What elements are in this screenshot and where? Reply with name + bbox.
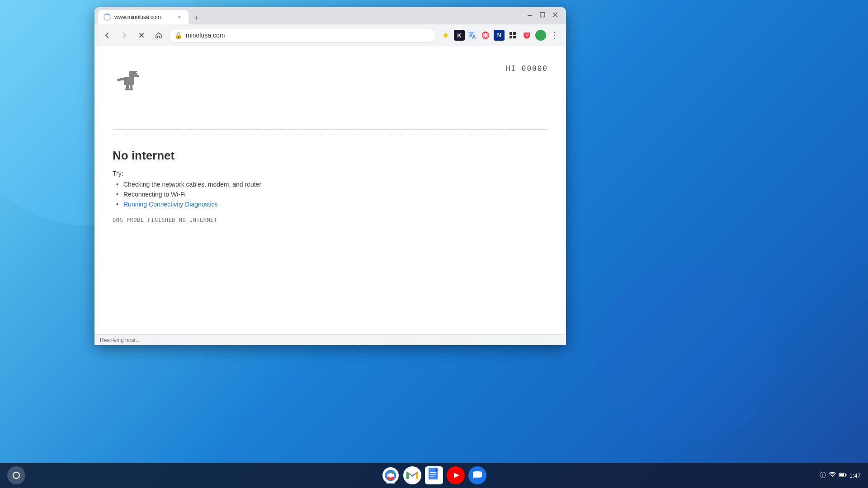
info-icon[interactable]: ⓘ <box>820 471 826 479</box>
tab-loading-icon <box>104 14 111 21</box>
minimize-button[interactable] <box>524 9 535 20</box>
ext-grid-button[interactable] <box>506 29 519 42</box>
taskbar-center <box>382 466 486 484</box>
forward-button[interactable] <box>117 28 132 42</box>
svg-rect-11 <box>513 36 516 38</box>
svg-rect-10 <box>509 36 512 38</box>
toolbar: 🔒 minolusa.com ★ K N <box>94 24 566 46</box>
hi-score: HI 00000 <box>506 64 548 73</box>
security-icon: 🔒 <box>175 32 182 39</box>
svg-rect-22 <box>129 89 133 90</box>
status-text: Resolving host... <box>100 337 140 343</box>
tab-close-button[interactable]: × <box>176 14 183 21</box>
toolbar-right: ★ K N <box>439 29 561 42</box>
suggestion-2: Reconnecting to Wi-Fi <box>123 191 548 198</box>
svg-rect-17 <box>117 79 121 81</box>
time-display[interactable]: 1:47 <box>849 472 861 479</box>
taskbar: ⓘ 1:47 <box>0 463 868 488</box>
ext-keeper-button[interactable]: K <box>454 30 465 41</box>
profile-dot[interactable] <box>535 30 546 41</box>
suggestions-list: Checking the network cables, modem, and … <box>113 181 548 208</box>
svg-rect-29 <box>430 472 436 473</box>
close-button[interactable] <box>550 9 561 20</box>
svg-rect-30 <box>430 474 436 475</box>
home-button[interactable] <box>151 28 166 42</box>
svg-rect-15 <box>136 72 137 73</box>
svg-rect-31 <box>430 476 434 477</box>
taskbar-docs-button[interactable] <box>425 466 443 484</box>
back-button[interactable] <box>100 28 114 42</box>
svg-point-25 <box>388 473 393 478</box>
address-bar[interactable]: 🔒 minolusa.com <box>169 28 437 42</box>
window-controls <box>524 9 561 20</box>
svg-rect-21 <box>125 89 129 90</box>
svg-rect-9 <box>513 32 516 35</box>
svg-point-6 <box>482 32 489 39</box>
svg-rect-18 <box>131 81 133 83</box>
suggestion-1: Checking the network cables, modem, and … <box>123 181 548 188</box>
svg-rect-12 <box>124 77 134 85</box>
new-tab-button[interactable]: + <box>190 12 203 24</box>
wifi-icon[interactable] <box>829 472 836 479</box>
ext-opera-button[interactable] <box>479 29 492 42</box>
subtitle-text: — — — — — — — — — — — — — — — — — — — — … <box>113 131 548 140</box>
suggestion-3: Running Connectivity Diagnostics <box>123 201 548 208</box>
status-bar: Resolving host... <box>94 334 566 345</box>
error-title: No internet <box>113 149 548 163</box>
taskbar-gmail-button[interactable] <box>403 466 421 484</box>
bookmark-button[interactable]: ★ <box>439 29 452 42</box>
title-bar: www.minolusa.com × + <box>94 7 566 24</box>
taskbar-left <box>7 466 25 484</box>
svg-rect-1 <box>540 13 545 17</box>
ext-translate-button[interactable] <box>467 30 477 41</box>
browser-window: www.minolusa.com × + <box>94 7 566 345</box>
ext-pocket-button[interactable] <box>521 29 533 42</box>
taskbar-tray: ⓘ 1:47 <box>820 471 861 479</box>
maximize-button[interactable] <box>537 9 548 20</box>
error-code: DNS_PROBE_FINISHED_NO_INTERNET <box>113 217 548 223</box>
page-content: HI 00000 — — — — — — — — — — — — — — — —… <box>94 46 566 334</box>
battery-icon[interactable] <box>839 472 847 479</box>
svg-rect-36 <box>840 474 844 476</box>
dino-icon <box>113 64 144 102</box>
try-label: Try: <box>113 170 548 177</box>
run-diagnostics-link[interactable]: Running Connectivity Diagnostics <box>123 201 218 208</box>
launcher-button[interactable] <box>7 466 25 484</box>
reload-button[interactable] <box>134 28 149 42</box>
taskbar-chrome-button[interactable] <box>382 466 400 484</box>
tab-title: www.minolusa.com <box>114 14 172 20</box>
svg-rect-14 <box>135 75 139 77</box>
taskbar-youtube-button[interactable] <box>447 466 465 484</box>
launcher-icon <box>13 472 20 479</box>
dino-area: HI 00000 <box>113 55 548 102</box>
svg-point-7 <box>484 32 487 38</box>
tray-icons: ⓘ 1:47 <box>820 471 861 479</box>
address-text: minolusa.com <box>186 32 431 39</box>
ext-n-button[interactable]: N <box>494 30 505 41</box>
svg-rect-38 <box>839 475 840 477</box>
svg-rect-8 <box>509 32 512 35</box>
tab-active[interactable]: www.minolusa.com × <box>98 10 189 24</box>
separator-area: — — — — — — — — — — — — — — — — — — — — … <box>113 129 548 140</box>
svg-rect-37 <box>845 474 846 476</box>
menu-button[interactable]: ⋮ <box>548 29 561 42</box>
taskbar-messages-button[interactable] <box>468 466 486 484</box>
